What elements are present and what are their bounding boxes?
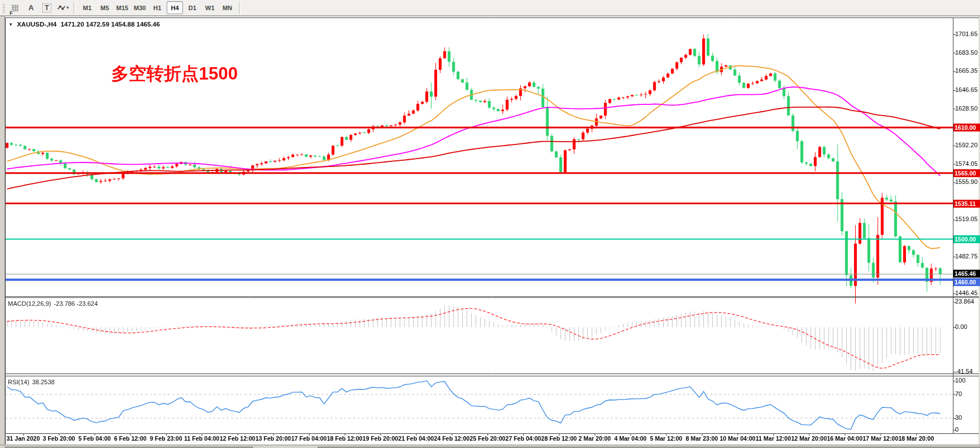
rsi-axis-tick: 100: [955, 377, 965, 384]
text-annotation-icon[interactable]: A: [24, 2, 38, 14]
rsi-values: 38.2538: [32, 379, 55, 385]
mt4-terminal: FAT↗↙▾ M1M5M15M30H1H4D1W1MN ▼ XAUUSD-,H4…: [0, 0, 980, 448]
ohlc-values: 1471.20 1472.59 1454.88 1465.46: [60, 21, 160, 28]
hline-price-tag[interactable]: 1460.00: [953, 278, 980, 286]
timeframe-button-m5[interactable]: M5: [97, 1, 113, 14]
price-axis-tick: 1519.05: [955, 216, 978, 222]
timeframe-button-w1[interactable]: W1: [202, 1, 218, 14]
toolbar: FAT↗↙▾ M1M5M15M30H1H4D1W1MN: [0, 0, 980, 16]
price-axis-tick: 1482.75: [955, 253, 978, 260]
crosshair-grid-icon[interactable]: F: [8, 2, 22, 14]
price-axis-tick: 1683.50: [955, 49, 978, 56]
toolbar-grip[interactable]: [2, 3, 5, 13]
timeframe-button-h1[interactable]: H1: [149, 1, 165, 14]
symbol-period-label: XAUUSD-,H4: [17, 21, 56, 28]
hline-price-tag[interactable]: 1535.11: [953, 200, 980, 208]
price-axis-tick: 1665.35: [955, 67, 978, 74]
date-axis-label: 18 Mar 20:00: [895, 435, 938, 442]
toolbar-separator: [239, 2, 241, 14]
price-axis-tick: 1628.50: [955, 105, 978, 112]
rsi-axis-tick: 30: [955, 414, 962, 421]
rsi-indicator-label: RSI(14) 38.2538: [8, 379, 55, 385]
macd-axis-tick: -41.54: [955, 368, 973, 375]
timeframe-button-m1[interactable]: M1: [79, 1, 95, 14]
hline-price-tag[interactable]: 1565.00: [953, 169, 980, 177]
rsi-axis-tick: 70: [955, 390, 962, 397]
price-axis-tick: 1701.65: [955, 30, 978, 37]
timeframe-button-mn[interactable]: MN: [219, 1, 236, 14]
current-price-tag[interactable]: 1465.46: [953, 270, 980, 278]
chart-symbol-title[interactable]: ▼ XAUUSD-,H4 1471.20 1472.59 1454.88 146…: [8, 21, 160, 28]
macd-name: MACD(12,26,9): [8, 300, 51, 307]
macd-axis-tick: 0.00: [955, 323, 967, 330]
hline-price-tag[interactable]: 1610.00: [953, 124, 980, 131]
timeframe-button-m15[interactable]: M15: [114, 1, 130, 14]
macd-values: -23.786 -23.624: [54, 300, 98, 307]
arrow-objects-icon[interactable]: ↗↙▾: [56, 2, 69, 14]
timeframe-button-h4[interactable]: H4: [167, 1, 183, 14]
chart-text-annotation[interactable]: 多空转折点1500: [111, 62, 238, 86]
rsi-name: RSI(14): [8, 379, 29, 385]
text-label-icon[interactable]: T: [40, 2, 54, 14]
price-axis-tick: 1574.05: [955, 160, 978, 167]
price-axis-tick: 1592.20: [955, 142, 978, 148]
macd-axis-tick: 23.864: [955, 298, 974, 305]
price-axis-tick: 1646.65: [955, 86, 978, 93]
toolbar-separator: [73, 2, 76, 14]
collapse-triangle-icon[interactable]: ▼: [8, 22, 13, 27]
hline-price-tag[interactable]: 1500.00: [953, 235, 980, 243]
macd-indicator-label: MACD(12,26,9) -23.786 -23.624: [8, 300, 98, 307]
timeframe-button-m30[interactable]: M30: [132, 1, 148, 14]
price-axis-tick: 1555.90: [955, 178, 978, 185]
price-axis-tick: 1446.45: [955, 289, 978, 296]
rsi-axis-tick: 0: [955, 426, 959, 433]
timeframe-button-d1[interactable]: D1: [184, 1, 201, 14]
